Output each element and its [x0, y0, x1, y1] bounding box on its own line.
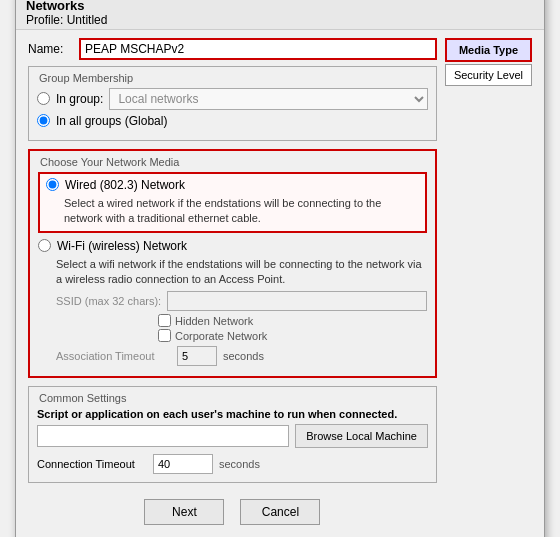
ssid-label: SSID (max 32 chars):	[56, 295, 161, 307]
assoc-timeout-row: Association Timeout seconds	[56, 346, 427, 366]
in-group-label: In group:	[56, 92, 103, 106]
ssid-row: SSID (max 32 chars):	[56, 291, 427, 311]
script-input[interactable]	[37, 425, 289, 447]
profile-line: Profile: Untitled	[26, 13, 534, 27]
group-membership-title: Group Membership	[37, 72, 135, 84]
hidden-network-row: Hidden Network	[158, 314, 427, 327]
connection-timeout-unit: seconds	[219, 458, 260, 470]
in-group-row: In group: Local networks	[37, 88, 428, 110]
wired-radio-row: Wired (802.3) Network	[46, 178, 419, 192]
common-settings-section: Common Settings Script or application on…	[28, 386, 437, 483]
in-all-groups-row: In all groups (Global)	[37, 114, 428, 128]
script-row: Browse Local Machine	[37, 424, 428, 448]
footer: Next Cancel	[28, 491, 437, 537]
assoc-timeout-label: Association Timeout	[56, 350, 171, 362]
corporate-network-row: Corporate Network	[158, 329, 427, 342]
name-input[interactable]	[79, 38, 437, 60]
group-membership-section: Group Membership In group: Local network…	[28, 66, 437, 141]
in-group-dropdown[interactable]: Local networks	[109, 88, 428, 110]
name-label: Name:	[28, 42, 73, 56]
security-level-tab[interactable]: Security Level	[445, 64, 532, 86]
hidden-network-label: Hidden Network	[175, 315, 253, 327]
script-description: Script or application on each user's mac…	[37, 408, 428, 420]
common-settings-title: Common Settings	[37, 392, 128, 404]
connection-timeout-row: Connection Timeout seconds	[37, 454, 428, 474]
network-media-title: Choose Your Network Media	[38, 156, 181, 168]
wifi-option: Wi-Fi (wireless) Network Select a wifi n…	[38, 239, 427, 367]
profile-name: Untitled	[67, 13, 108, 27]
wired-desc: Select a wired network if the endstation…	[64, 196, 419, 227]
window-title-area: Networks Profile: Untitled	[16, 0, 544, 30]
wifi-desc: Select a wifi network if the endstations…	[56, 257, 427, 288]
ssid-input[interactable]	[167, 291, 427, 311]
connection-timeout-label: Connection Timeout	[37, 458, 147, 470]
window-body: Name: Group Membership In group: Local n…	[16, 30, 544, 537]
networks-window: Networks Profile: Untitled Name: Group M…	[15, 0, 545, 537]
in-all-groups-label: In all groups (Global)	[56, 114, 167, 128]
assoc-timeout-input[interactable]	[177, 346, 217, 366]
next-button[interactable]: Next	[144, 499, 224, 525]
profile-label: Profile:	[26, 13, 63, 27]
side-tabs: Media Type Security Level	[445, 38, 532, 537]
wired-option-box: Wired (802.3) Network Select a wired net…	[38, 172, 427, 233]
browse-button[interactable]: Browse Local Machine	[295, 424, 428, 448]
name-row: Name:	[28, 38, 437, 60]
corporate-network-label: Corporate Network	[175, 330, 267, 342]
wired-radio[interactable]	[46, 178, 59, 191]
wifi-radio-row: Wi-Fi (wireless) Network	[38, 239, 427, 253]
in-group-radio[interactable]	[37, 92, 50, 105]
connection-timeout-input[interactable]	[153, 454, 213, 474]
media-type-tab[interactable]: Media Type	[445, 38, 532, 62]
wired-label: Wired (802.3) Network	[65, 178, 185, 192]
window-main-title: Networks	[26, 0, 534, 13]
wifi-label: Wi-Fi (wireless) Network	[57, 239, 187, 253]
assoc-timeout-unit: seconds	[223, 350, 264, 362]
network-media-section: Choose Your Network Media Wired (802.3) …	[28, 149, 437, 379]
wifi-radio[interactable]	[38, 239, 51, 252]
in-all-groups-radio[interactable]	[37, 114, 50, 127]
main-content: Name: Group Membership In group: Local n…	[28, 38, 437, 537]
corporate-network-checkbox[interactable]	[158, 329, 171, 342]
cancel-button[interactable]: Cancel	[240, 499, 320, 525]
hidden-network-checkbox[interactable]	[158, 314, 171, 327]
